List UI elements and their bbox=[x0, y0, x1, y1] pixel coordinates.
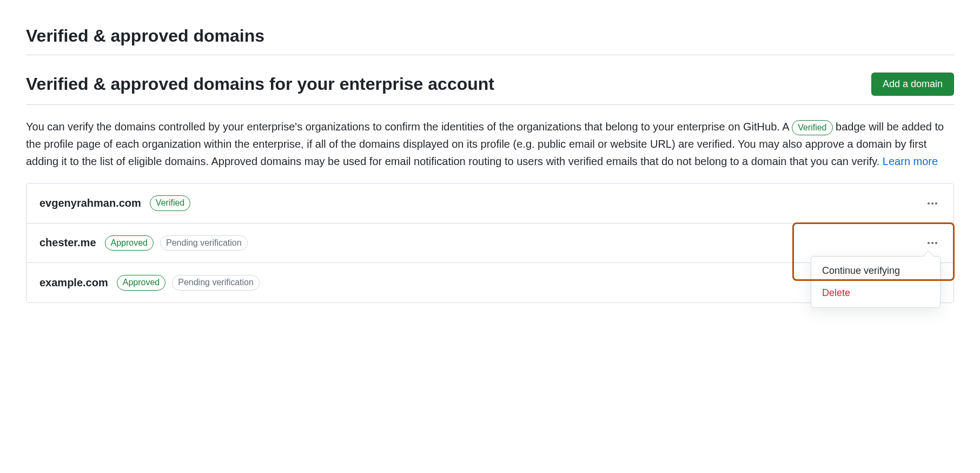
domain-list: evgenyrahman.com Verified chester.me App… bbox=[26, 183, 954, 303]
kebab-icon bbox=[931, 202, 933, 205]
domain-row-left: chester.me Approved Pending verification bbox=[39, 235, 248, 251]
domain-name: chester.me bbox=[39, 236, 96, 249]
domain-row: chester.me Approved Pending verification… bbox=[27, 224, 953, 263]
kebab-icon bbox=[928, 202, 930, 205]
learn-more-link[interactable]: Learn more bbox=[883, 155, 938, 167]
approved-badge: Approved bbox=[117, 275, 166, 290]
kebab-menu-button[interactable] bbox=[924, 239, 941, 247]
description-text: You can verify the domains controlled by… bbox=[26, 118, 954, 170]
pending-verification-badge: Pending verification bbox=[160, 235, 248, 251]
kebab-icon bbox=[935, 202, 937, 205]
kebab-icon bbox=[935, 242, 937, 244]
dropdown-menu: Continue verifying Delete bbox=[811, 256, 941, 308]
add-domain-button[interactable]: Add a domain bbox=[871, 73, 954, 96]
approved-badge: Approved bbox=[105, 235, 154, 251]
kebab-icon bbox=[931, 242, 933, 244]
domain-name: example.com bbox=[39, 277, 108, 289]
continue-verifying-menu-item[interactable]: Continue verifying bbox=[811, 260, 940, 282]
section-title: Verified & approved domains for your ent… bbox=[26, 74, 494, 94]
domain-row-left: example.com Approved Pending verificatio… bbox=[39, 275, 260, 290]
pending-verification-badge: Pending verification bbox=[172, 275, 260, 290]
verified-badge-inline: Verified bbox=[792, 120, 832, 135]
verified-badge: Verified bbox=[150, 195, 190, 211]
section-header: Verified & approved domains for your ent… bbox=[26, 73, 954, 105]
domain-row: evgenyrahman.com Verified bbox=[27, 183, 953, 223]
description-part1: You can verify the domains controlled by… bbox=[26, 121, 792, 133]
domain-row-left: evgenyrahman.com Verified bbox=[39, 195, 190, 211]
page-title: Verified & approved domains bbox=[26, 26, 954, 55]
domain-name: evgenyrahman.com bbox=[39, 197, 141, 209]
kebab-icon bbox=[928, 242, 930, 244]
kebab-menu-button[interactable] bbox=[924, 199, 941, 208]
delete-menu-item[interactable]: Delete bbox=[811, 282, 940, 304]
